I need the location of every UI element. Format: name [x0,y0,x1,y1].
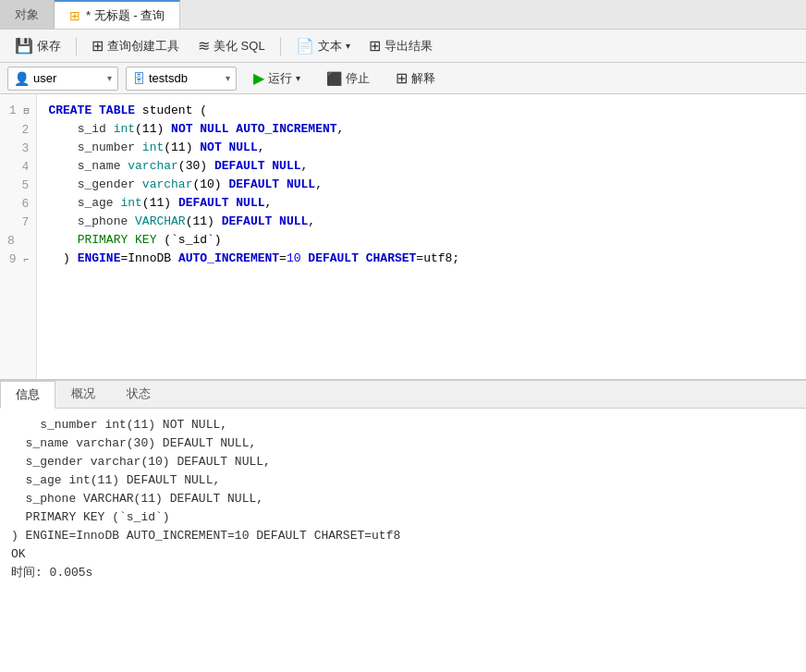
run-bar: 👤 user ▾ 🗄 testsdb ▾ ▶ 运行 ▾ ⬛ 停止 ⊞ 解释 [0,63,806,94]
explain-icon: ⊞ [396,69,408,87]
stop-label: 停止 [346,70,370,87]
db-dropdown-icon: ▾ [226,73,230,83]
stop-icon: ⬛ [326,71,342,86]
editor-area: 1 ⊟ 2 3 4 5 6 7 8 9 ⌐ CREATE TABLE stude… [0,94,806,381]
user-label: user [33,71,56,85]
sep-2 [280,37,281,55]
run-button[interactable]: ▶ 运行 ▾ [244,67,310,90]
beautify-label: 美化 SQL [214,38,265,55]
db-label: testsdb [149,71,188,85]
tab-status[interactable]: 状态 [111,380,166,408]
code-editor[interactable]: CREATE TABLE student ( s_id int(11) NOT … [37,94,806,379]
bottom-output: s_number int(11) NOT NULL, s_name varcha… [0,409,806,672]
beautify-icon: ≋ [198,37,210,55]
bottom-panel: 信息 概况 状态 s_number int(11) NOT NULL, s_na… [0,381,806,672]
save-button[interactable]: 💾 保存 [7,34,68,57]
tab-info[interactable]: 信息 [0,381,55,409]
save-label: 保存 [37,38,61,55]
sep-1 [76,37,77,55]
user-icon: 👤 [14,71,30,86]
query-tool-icon: ⊞ [92,37,104,55]
db-icon: 🗄 [132,71,145,86]
play-icon: ▶ [253,69,264,87]
db-select[interactable]: 🗄 testsdb ▾ [126,67,237,91]
export-icon: ⊞ [369,37,381,55]
bottom-tab-bar: 信息 概况 状态 [0,381,806,409]
beautify-button[interactable]: ≋ 美化 SQL [190,34,273,57]
tab-info-label: 信息 [16,387,40,401]
user-select[interactable]: 👤 user ▾ [7,67,118,91]
stop-button[interactable]: ⬛ 停止 [317,67,379,90]
text-icon: 📄 [296,37,314,55]
text-button[interactable]: 📄 文本 ▾ [288,34,358,57]
explain-label: 解释 [411,70,435,87]
line-numbers: 1 ⊟ 2 3 4 5 6 7 8 9 ⌐ [0,94,37,379]
text-label: 文本 [318,38,342,55]
main-layout: 💾 保存 ⊞ 查询创建工具 ≋ 美化 SQL 📄 文本 ▾ ⊞ 导出结果 👤 u… [0,30,806,672]
query-tab-icon: ⊞ [69,8,80,23]
export-button[interactable]: ⊞ 导出结果 [361,34,440,57]
tab-objects-label: 对象 [15,6,39,23]
query-tool-label: 查询创建工具 [107,38,179,55]
toolbar: 💾 保存 ⊞ 查询创建工具 ≋ 美化 SQL 📄 文本 ▾ ⊞ 导出结果 [0,30,806,63]
tab-objects[interactable]: 对象 [0,0,55,29]
tab-bar: 对象 ⊞ * 无标题 - 查询 [0,0,806,30]
text-dropdown-icon: ▾ [346,41,350,51]
save-icon: 💾 [15,37,33,55]
user-dropdown-icon: ▾ [107,73,112,83]
query-tool-button[interactable]: ⊞ 查询创建工具 [84,34,187,57]
explain-button[interactable]: ⊞ 解释 [386,67,445,90]
export-label: 导出结果 [385,38,433,55]
tab-query[interactable]: ⊞ * 无标题 - 查询 [55,0,180,29]
run-label: 运行 [268,70,292,87]
tab-status-label: 状态 [127,386,151,400]
run-dropdown-icon: ▾ [296,73,300,83]
tab-overview-label: 概况 [71,386,95,400]
tab-query-label: * 无标题 - 查询 [86,7,165,24]
tab-overview[interactable]: 概况 [55,380,111,408]
